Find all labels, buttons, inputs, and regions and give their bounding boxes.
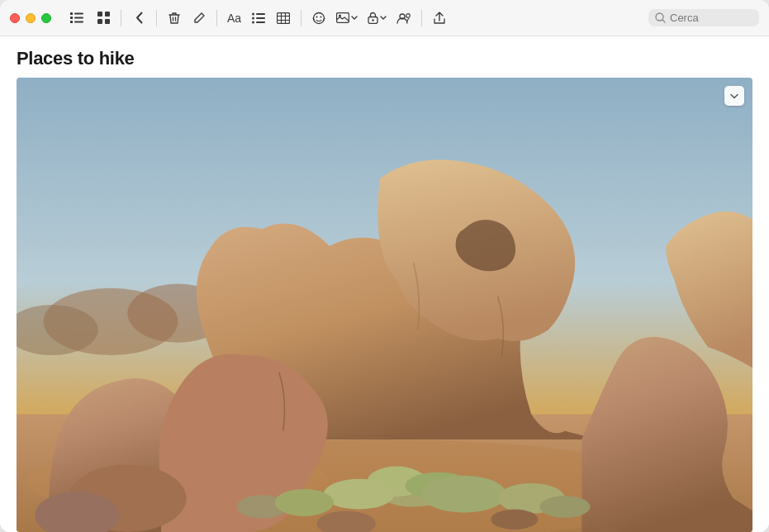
grid-icon [97,12,110,24]
svg-rect-11 [256,13,265,15]
landscape-image [17,78,752,532]
share-button[interactable] [427,7,452,30]
svg-point-50 [491,510,538,530]
divider-5 [421,10,422,26]
note-content: Places to hike [0,36,769,532]
table-button[interactable] [271,7,296,30]
attachment-button[interactable] [306,7,331,30]
svg-rect-9 [105,19,110,24]
svg-point-22 [316,16,318,17]
svg-point-43 [422,476,506,513]
svg-point-14 [252,21,254,23]
svg-point-48 [539,496,590,517]
lock-button[interactable] [363,7,392,30]
back-icon [135,12,143,24]
share-icon [434,12,445,25]
grid-view-button[interactable] [91,7,116,30]
back-button[interactable] [126,7,151,30]
note-image-container [17,78,752,532]
divider-2 [156,10,157,26]
search-box [648,9,759,26]
svg-point-21 [314,12,325,23]
list-view-button[interactable] [64,7,89,30]
expand-button[interactable] [724,86,744,106]
checklist-button[interactable] [246,7,271,30]
svg-point-46 [275,489,334,516]
titlebar: Aa [0,0,769,36]
svg-rect-6 [97,12,102,17]
collaborate-button[interactable] [392,7,416,30]
svg-rect-2 [70,17,73,19]
divider-3 [216,10,217,26]
minimize-button[interactable] [26,13,36,23]
maximize-button[interactable] [41,13,51,23]
compose-button[interactable] [187,7,211,30]
view-toggle-group [64,7,116,30]
svg-point-51 [94,305,430,439]
divider-1 [121,10,121,26]
chevron-down-icon [730,93,738,99]
svg-rect-1 [74,13,83,15]
svg-rect-4 [70,21,73,23]
svg-point-44 [324,479,395,510]
svg-rect-8 [97,19,102,24]
close-button[interactable] [10,13,20,23]
svg-rect-3 [74,17,83,19]
svg-rect-5 [74,21,83,23]
svg-rect-0 [70,12,73,15]
search-icon [655,12,666,23]
svg-rect-16 [278,12,290,23]
search-input[interactable] [670,12,752,24]
collaborate-icon [396,12,411,24]
svg-rect-7 [105,12,110,17]
svg-rect-13 [256,17,265,19]
chevron-down-icon [351,16,358,20]
note-title: Places to hike [17,48,752,69]
trash-icon [169,12,180,25]
attachment-icon [312,12,325,25]
compose-icon [193,12,206,24]
lock-icon [368,12,378,24]
media-button[interactable] [331,7,363,30]
traffic-lights [10,13,51,23]
svg-point-27 [372,19,373,21]
app-window: Aa [0,0,769,532]
delete-button[interactable] [162,7,187,30]
svg-point-10 [252,12,254,15]
svg-point-29 [406,13,411,17]
lock-chevron-icon [380,16,387,20]
divider-4 [301,10,301,26]
svg-point-12 [252,17,254,19]
checklist-icon [252,12,265,24]
table-icon [277,12,290,24]
text-format-label: Aa [227,12,241,25]
text-format-button[interactable]: Aa [222,7,246,30]
photo-icon [336,12,349,23]
list-icon [70,12,83,23]
svg-point-23 [320,16,322,17]
svg-rect-15 [256,21,265,23]
